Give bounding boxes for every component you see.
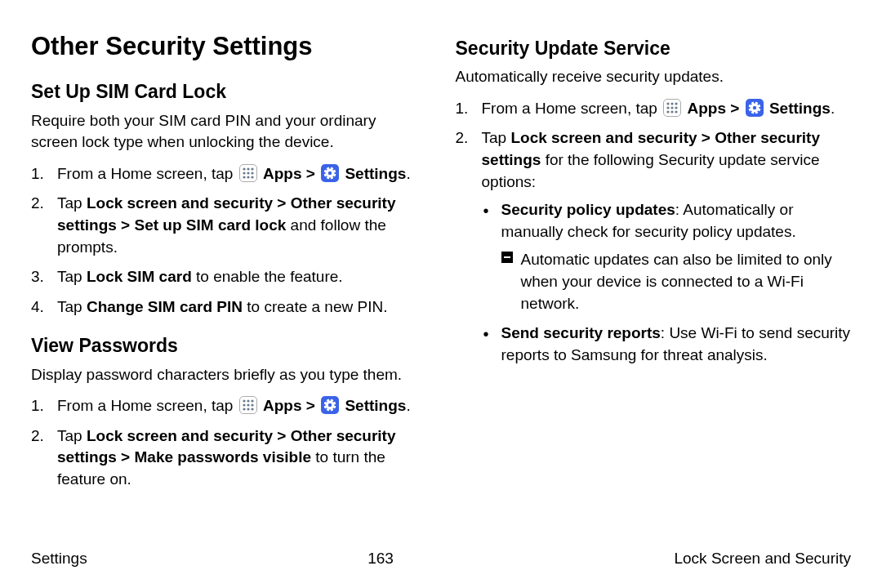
sus-bullet-2: Send security reports: Use Wi-Fi to send… — [482, 323, 852, 366]
sus-lead: Automatically receive security updates. — [456, 66, 852, 88]
sus-step-2: Tap Lock screen and security > Other sec… — [456, 127, 852, 366]
bold-term: Send security reports — [501, 324, 661, 341]
sus-subbullets: Automatic updates can also be limited to… — [501, 249, 852, 314]
apps-icon — [239, 396, 257, 414]
heading-security-update: Security Update Service — [456, 35, 852, 61]
sim-steps: From a Home screen, tap Apps > Settings.… — [31, 163, 427, 318]
bold-path: Change SIM card PIN — [87, 298, 243, 315]
bold-term: Security policy updates — [501, 201, 675, 218]
apps-icon — [239, 164, 257, 182]
pwd-step-2: Tap Lock screen and security > Other sec… — [31, 425, 427, 491]
sus-bullet-1: Security policy updates: Automatically o… — [482, 199, 852, 314]
page-title: Other Security Settings — [31, 29, 427, 64]
sim-step-1: From a Home screen, tap Apps > Settings. — [31, 163, 427, 185]
settings-icon — [321, 164, 339, 182]
text: Tap — [57, 194, 87, 212]
column-left: Other Security Settings Set Up SIM Card … — [31, 29, 427, 498]
apps-label: Apps — [263, 165, 302, 182]
text: From a Home screen, tap — [482, 100, 662, 117]
page-footer: Settings 163 Lock Screen and Security — [31, 548, 851, 570]
chevron-icon: > — [306, 165, 315, 182]
text: From a Home screen, tap — [57, 165, 238, 182]
text: to enable the feature. — [192, 268, 343, 285]
settings-label: Settings — [345, 165, 406, 182]
text: Tap — [57, 268, 87, 285]
text: Tap — [482, 129, 511, 146]
sus-subbullet-1: Automatic updates can also be limited to… — [501, 249, 852, 314]
sim-lead: Require both your SIM card PIN and your … — [31, 110, 427, 154]
chevron-icon: > — [306, 397, 315, 414]
heading-sim-lock: Set Up SIM Card Lock — [31, 78, 427, 105]
heading-view-passwords: View Passwords — [31, 332, 427, 359]
pwd-step-1: From a Home screen, tap Apps > Settings. — [31, 395, 427, 417]
apps-label: Apps — [263, 397, 302, 414]
settings-label: Settings — [345, 397, 406, 414]
settings-label: Settings — [769, 100, 831, 117]
pwd-lead: Display password characters briefly as y… — [31, 364, 427, 386]
sus-steps: From a Home screen, tap Apps > Settings.… — [456, 98, 852, 367]
settings-icon — [321, 396, 339, 414]
text: From a Home screen, tap — [57, 397, 238, 414]
sim-step-2: Tap Lock screen and security > Other sec… — [31, 193, 427, 258]
pwd-steps: From a Home screen, tap Apps > Settings.… — [31, 395, 427, 490]
sim-step-4: Tap Change SIM card PIN to create a new … — [31, 296, 427, 318]
apps-icon — [663, 99, 681, 117]
text: to create a new PIN. — [243, 298, 387, 315]
sus-step-1: From a Home screen, tap Apps > Settings. — [456, 98, 852, 120]
settings-icon — [746, 99, 764, 117]
text: Tap — [57, 427, 87, 444]
sus-bullets: Security policy updates: Automatically o… — [482, 199, 852, 366]
bold-path: Lock SIM card — [87, 268, 192, 285]
text: Tap — [57, 298, 87, 315]
sim-step-3: Tap Lock SIM card to enable the feature. — [31, 266, 427, 288]
chevron-icon: > — [730, 100, 739, 117]
footer-page-number: 163 — [368, 548, 394, 570]
apps-label: Apps — [687, 100, 726, 117]
content-columns: Other Security Settings Set Up SIM Card … — [31, 29, 851, 498]
column-right: Security Update Service Automatically re… — [456, 29, 852, 498]
footer-left: Settings — [31, 548, 87, 570]
footer-right: Lock Screen and Security — [674, 548, 851, 570]
